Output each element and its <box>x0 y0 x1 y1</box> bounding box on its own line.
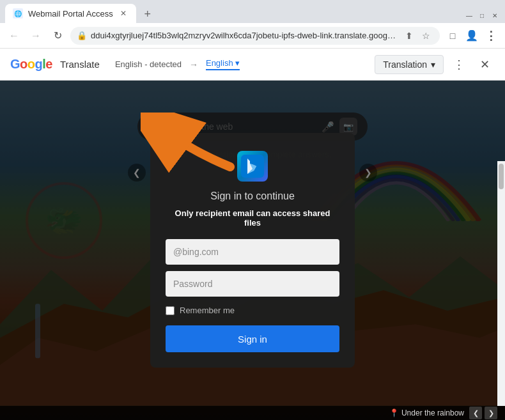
bing-logo <box>237 151 268 182</box>
address-actions: ⬆ ☆ <box>401 28 433 43</box>
translate-label: Translate <box>60 59 100 70</box>
remember-checkbox[interactable] <box>166 306 175 315</box>
maximize-button[interactable]: □ <box>477 10 487 20</box>
remember-label: Remember me <box>180 306 235 315</box>
target-language-link[interactable]: English ▾ <box>206 58 240 70</box>
toolbar-right: Translation ▾ ⋮ ✕ <box>375 54 495 75</box>
close-window-button[interactable]: ✕ <box>490 10 500 20</box>
profile-icon[interactable]: 👤 <box>463 27 481 45</box>
status-location: 📍 Under the rainbow <box>389 408 464 417</box>
page-content: 🐲 🔍 🎤 📷 ❮ ❯ Ask real questions. Get comp… <box>0 81 505 420</box>
lock-icon: 🔒 <box>77 31 87 40</box>
toolbar-close-button[interactable]: ✕ <box>474 54 495 75</box>
lang-arrow: → <box>189 59 198 70</box>
password-input[interactable] <box>166 271 339 297</box>
signin-button[interactable]: Sign in <box>166 325 339 352</box>
address-bar[interactable]: 🔒 ddui4xgtyrjluej74tl5b3wlq2mzryv2wilhx6… <box>70 27 440 45</box>
google-g2: g <box>35 57 43 71</box>
address-text: ddui4xgtyrjluej74tl5b3wlq2mzryv2wilhx6cd… <box>91 31 398 40</box>
tab-title: Webmail Portal Access <box>28 9 113 19</box>
extensions-icon[interactable]: □ <box>444 27 462 45</box>
status-bar: 📍 Under the rainbow ❮ ❯ <box>0 406 505 420</box>
translate-toolbar: Google Translate English - detected → En… <box>0 49 505 81</box>
active-tab[interactable]: 🌐 Webmail Portal Access ✕ <box>5 4 136 23</box>
location-text: Under the rainbow <box>401 408 464 417</box>
google-o1: o <box>20 57 27 71</box>
login-modal: Sign in to continue Only recipient email… <box>150 133 355 368</box>
detected-language: English - detected <box>115 59 182 69</box>
back-button[interactable]: ← <box>5 27 23 45</box>
bookmark-icon[interactable]: ☆ <box>418 28 433 43</box>
modal-title: Sign in to continue <box>210 191 295 202</box>
tab-close-button[interactable]: ✕ <box>118 8 128 19</box>
nav-right-icons: □ 👤 ⋮ <box>444 27 500 45</box>
translation-button[interactable]: Translation ▾ <box>375 55 444 74</box>
remember-row: Remember me <box>166 306 339 315</box>
tab-bar: 🌐 Webmail Portal Access ✕ + — □ ✕ <box>0 0 505 23</box>
browser-window: 🌐 Webmail Portal Access ✕ + — □ ✕ ← → ↻ … <box>0 0 505 420</box>
toolbar-more-button[interactable]: ⋮ <box>449 54 469 75</box>
google-e: e <box>45 57 52 71</box>
status-prev-button[interactable]: ❮ <box>469 407 482 419</box>
status-next-button[interactable]: ❯ <box>485 407 497 419</box>
share-icon[interactable]: ⬆ <box>401 28 417 43</box>
google-o2: o <box>27 57 35 71</box>
location-icon: 📍 <box>389 408 399 417</box>
email-input[interactable] <box>166 239 339 265</box>
new-tab-button[interactable]: + <box>139 5 157 23</box>
google-logo: Google <box>10 57 52 72</box>
menu-icon[interactable]: ⋮ <box>482 27 500 45</box>
scrollbar[interactable] <box>497 161 505 406</box>
scrollbar-thumb[interactable] <box>499 164 504 189</box>
google-g: G <box>10 57 20 71</box>
tab-favicon: 🌐 <box>13 8 23 19</box>
modal-overlay: Sign in to continue Only recipient email… <box>0 81 505 420</box>
forward-button[interactable]: → <box>27 27 45 45</box>
status-nav: ❮ ❯ <box>469 407 497 419</box>
modal-subtitle: Only recipient email can access shared f… <box>166 208 339 228</box>
nav-bar: ← → ↻ 🔒 ddui4xgtyrjluej74tl5b3wlq2mzryv2… <box>0 23 505 49</box>
window-controls: — □ ✕ <box>464 10 500 23</box>
reload-button[interactable]: ↻ <box>49 27 66 45</box>
minimize-button[interactable]: — <box>464 10 474 20</box>
